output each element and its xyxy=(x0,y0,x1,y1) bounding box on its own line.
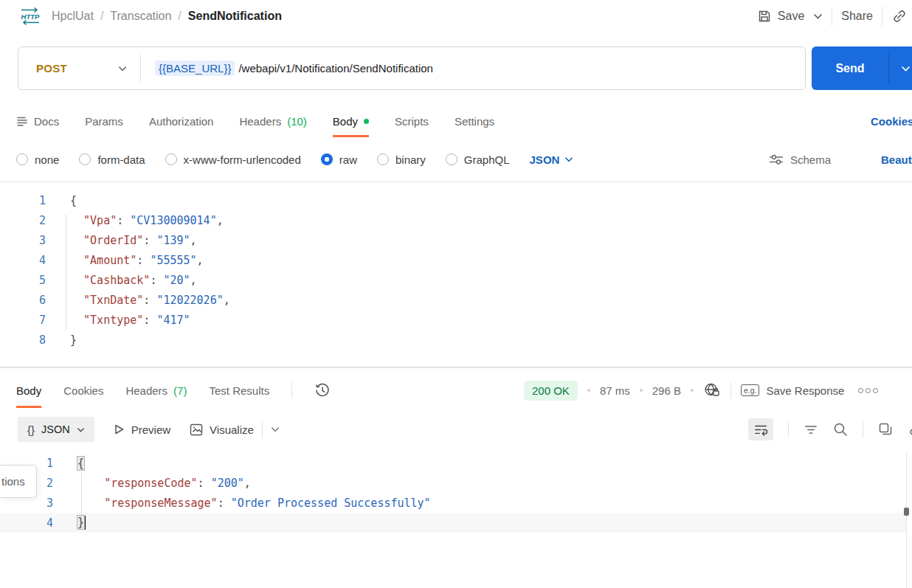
network-security-icon[interactable] xyxy=(703,382,721,398)
tab-cookies[interactable]: Cookies xyxy=(63,373,103,408)
line-number: 8 xyxy=(0,333,46,347)
visualize-options-chevron[interactable] xyxy=(271,426,280,432)
response-scrollbar-thumb[interactable] xyxy=(904,508,909,516)
response-scrollbar-track[interactable] xyxy=(906,452,907,588)
breadcrumb-request-name[interactable]: SendNotification xyxy=(188,10,282,23)
line-number: 3 xyxy=(0,497,53,510)
code-line-1[interactable]: 1{ xyxy=(0,190,912,210)
response-size[interactable]: 296 B xyxy=(652,384,681,397)
tab-body[interactable]: Body xyxy=(333,105,369,137)
code-line-4[interactable]: 4} xyxy=(0,513,906,533)
filter-icon[interactable] xyxy=(804,423,818,436)
visualize-button[interactable]: Visualize xyxy=(190,423,254,436)
tab-label: Params xyxy=(85,115,123,128)
request-tabs: DocsParamsAuthorizationHeaders(10)BodySc… xyxy=(16,105,494,137)
code-line-8[interactable]: 8} xyxy=(0,330,912,350)
tab-test-results[interactable]: Test Results xyxy=(209,373,269,408)
code-line-6[interactable]: 6 "TxnDate": "12022026", xyxy=(0,290,912,310)
breadcrumb-workspace[interactable]: HpclUat xyxy=(52,10,94,23)
copy-link-icon[interactable] xyxy=(891,8,908,24)
tab-scripts[interactable]: Scripts xyxy=(395,105,429,137)
code-line-5[interactable]: 5 "Cashback": "20", xyxy=(0,270,912,290)
base-url-variable[interactable]: {{BASE_URL}} xyxy=(155,60,235,76)
radio-binary[interactable]: binary xyxy=(377,153,426,166)
code-line-4[interactable]: 4 "Amount": "55555", xyxy=(0,250,912,270)
code-line-2[interactable]: 2 "responseCode": "200", xyxy=(0,473,906,493)
code-content: "OrderId": "139", xyxy=(70,234,197,247)
code-line-1[interactable]: 1{ xyxy=(0,453,906,473)
url-input[interactable]: {{BASE_URL}} /webapi/v1/Notification/Sen… xyxy=(141,60,433,76)
radio-form-data[interactable]: form-data xyxy=(79,153,145,166)
url-path: /webapi/v1/Notification/SendNotification xyxy=(238,62,432,75)
body-format-select[interactable]: JSON xyxy=(530,153,574,166)
sliders-icon xyxy=(769,153,784,166)
line-number: 4 xyxy=(0,516,53,530)
line-number: 6 xyxy=(0,294,46,307)
line-number: 5 xyxy=(0,274,46,287)
radio-none[interactable]: none xyxy=(16,153,59,166)
radio-circle-icon xyxy=(377,153,389,165)
tab-body[interactable]: Body xyxy=(16,373,41,408)
tab-label: Headers xyxy=(239,115,281,128)
chevron-down-icon xyxy=(564,156,573,162)
code-line-2[interactable]: 2 "Vpa": "CV130009014", xyxy=(0,210,912,230)
radio-circle-icon xyxy=(79,153,91,165)
line-number: 1 xyxy=(0,194,46,207)
save-response-button[interactable]: e.g. Save Response xyxy=(741,384,844,397)
response-format-select[interactable]: {} JSON xyxy=(18,417,94,442)
response-time[interactable]: 87 ms xyxy=(600,384,630,397)
code-content: } xyxy=(70,333,77,347)
radio-label: none xyxy=(35,153,59,166)
radio-x-www-form-urlencoded[interactable]: x-www-form-urlencoded xyxy=(165,153,301,166)
body-type-radios: noneform-datax-www-form-urlencodedrawbin… xyxy=(16,153,510,166)
tab-authorization[interactable]: Authorization xyxy=(149,105,214,137)
tab-docs[interactable]: Docs xyxy=(16,105,59,137)
radio-raw[interactable]: raw xyxy=(321,153,357,166)
code-line-3[interactable]: 3 "OrderId": "139", xyxy=(0,230,912,250)
link-icon[interactable] xyxy=(908,421,912,437)
radio-graphql[interactable]: GraphQL xyxy=(446,153,510,166)
tab-label: Authorization xyxy=(149,115,214,128)
code-content: "responseMessage": "Order Processed Succ… xyxy=(77,497,431,510)
line-number: 2 xyxy=(0,214,46,227)
request-body-editor[interactable]: 1{2 "Vpa": "CV130009014",3 "OrderId": "1… xyxy=(0,186,912,369)
response-body-editor[interactable]: 1{2 "responseCode": "200",3 "responseMes… xyxy=(0,450,906,588)
code-line-3[interactable]: 3 "responseMessage": "Order Processed Su… xyxy=(0,493,906,513)
send-options-chevron[interactable] xyxy=(889,46,912,90)
tab-label: Test Results xyxy=(209,384,269,397)
wrap-text-button[interactable] xyxy=(748,418,773,440)
line-number: 7 xyxy=(0,314,46,327)
send-button[interactable]: Send xyxy=(812,46,912,90)
more-options-icon[interactable] xyxy=(858,388,878,393)
radio-label: GraphQL xyxy=(464,153,510,166)
history-button[interactable] xyxy=(314,373,331,408)
tab-headers[interactable]: Headers(7) xyxy=(125,373,187,408)
tab-label: Body xyxy=(333,115,358,128)
search-icon[interactable] xyxy=(833,422,848,437)
schema-label: Schema xyxy=(790,153,831,166)
status-badge[interactable]: 200 OK xyxy=(524,381,578,401)
save-button[interactable]: Save xyxy=(757,9,804,24)
code-line-7[interactable]: 7 "Txntype": "417" xyxy=(0,310,912,330)
tab-params[interactable]: Params xyxy=(85,105,123,137)
toolbar-divider xyxy=(788,421,789,437)
method-select[interactable]: POST xyxy=(18,47,140,89)
body-type-row: noneform-datax-www-form-urlencodedrawbin… xyxy=(16,145,912,174)
schema-button[interactable]: Schema xyxy=(769,153,831,166)
tab-headers[interactable]: Headers(10) xyxy=(239,105,306,137)
save-options-chevron[interactable] xyxy=(813,13,823,19)
meta-dot xyxy=(691,389,694,392)
response-format-label: JSON xyxy=(41,423,70,435)
share-button[interactable]: Share xyxy=(841,10,873,23)
preview-button[interactable]: Preview xyxy=(114,423,170,436)
breadcrumb-collection[interactable]: Transcation xyxy=(110,10,171,23)
code-content: { xyxy=(70,194,77,207)
cookies-link[interactable]: Cookies xyxy=(871,105,912,137)
meta-divider xyxy=(730,382,731,398)
tab-settings[interactable]: Settings xyxy=(455,105,494,137)
header-divider xyxy=(882,7,882,26)
panel-splitter[interactable] xyxy=(0,367,912,368)
copy-icon[interactable] xyxy=(878,422,893,437)
radio-circle-icon xyxy=(446,153,457,165)
beautify-link[interactable]: Beautify xyxy=(881,153,912,166)
